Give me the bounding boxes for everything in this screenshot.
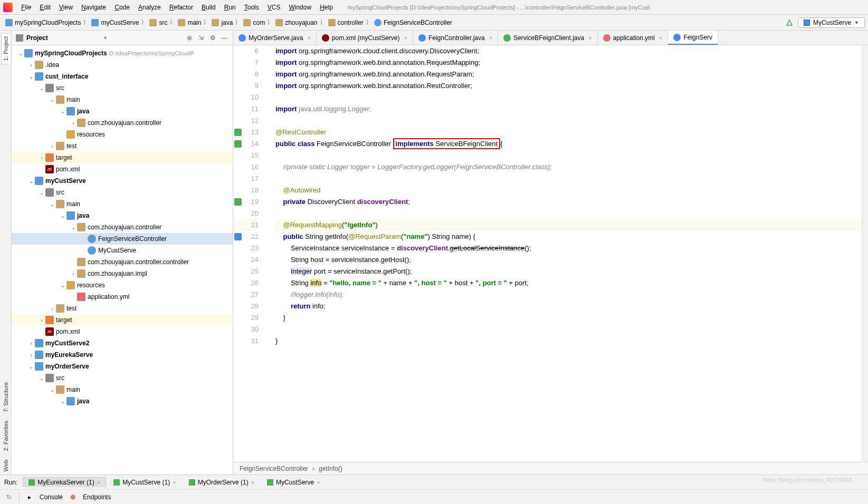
endpoints-icon[interactable]: ⬢: [68, 492, 78, 502]
line-number[interactable]: 26: [233, 277, 259, 289]
tree-node[interactable]: mpom.xml: [12, 326, 233, 337]
bc-method[interactable]: getInfo(): [319, 465, 342, 472]
line-number[interactable]: 25: [233, 266, 259, 277]
scroll-indicator[interactable]: [862, 45, 868, 462]
tree-node[interactable]: ⌄java: [12, 210, 233, 221]
run-tab[interactable]: MyCustServe (1)×: [108, 477, 181, 487]
tree-node[interactable]: ⌄cust_interface: [12, 71, 233, 82]
tree-arrow-icon[interactable]: ⌄: [27, 74, 35, 80]
tree-node[interactable]: resources: [12, 129, 233, 140]
locate-icon[interactable]: ⊕: [185, 34, 194, 42]
line-number[interactable]: 22: [233, 231, 259, 243]
line-number[interactable]: 18: [233, 185, 259, 196]
tree-node[interactable]: ›target: [12, 314, 233, 326]
tree-node[interactable]: ›com.zhouyajuan.controller: [12, 117, 233, 129]
code-line[interactable]: private DiscoveryClient discoveryClient;: [275, 196, 862, 208]
tree-node[interactable]: ›test: [12, 140, 233, 152]
tree-node[interactable]: ⌄mySpringCloudProjectsD:\IdeaProjects\my…: [12, 47, 233, 59]
close-icon[interactable]: ×: [588, 35, 592, 41]
breadcrumb-item[interactable]: java: [209, 19, 235, 26]
code-line[interactable]: import org.springframework.web.bind.anno…: [275, 80, 862, 92]
line-number[interactable]: 6: [233, 45, 259, 57]
tree-node[interactable]: ›test: [12, 303, 233, 314]
tree-arrow-icon[interactable]: ⌄: [59, 283, 66, 288]
line-number[interactable]: 10: [233, 92, 259, 103]
code-line[interactable]: //private static Logger logger = LoggerF…: [275, 161, 862, 173]
tree-node[interactable]: ›myCustServe2: [12, 337, 233, 349]
tree-node[interactable]: ⌄resources: [12, 279, 233, 291]
tree-arrow-icon[interactable]: ›: [27, 352, 35, 358]
gutter[interactable]: 6789101112131415161718192021222324252627…: [233, 45, 265, 462]
line-number[interactable]: 16: [233, 161, 259, 173]
tree-arrow-icon[interactable]: ⌄: [38, 375, 45, 381]
line-number[interactable]: 23: [233, 243, 259, 254]
endpoints-tab[interactable]: Endpoints: [83, 493, 111, 501]
code-line[interactable]: [275, 324, 862, 335]
tree-arrow-icon[interactable]: ⌄: [59, 399, 66, 404]
code-line[interactable]: import java.util.logging.Logger;: [275, 103, 862, 115]
tree-arrow-icon[interactable]: ⌄: [38, 85, 45, 91]
code-line[interactable]: import org.springframework.cloud.client.…: [275, 45, 862, 57]
menu-file[interactable]: File: [17, 4, 35, 11]
tree-arrow-icon[interactable]: ⌄: [38, 190, 45, 196]
close-icon[interactable]: ×: [97, 479, 100, 486]
tree-node[interactable]: ⌄myCustServe: [12, 175, 233, 187]
line-number[interactable]: 7: [233, 57, 259, 69]
tree-arrow-icon[interactable]: ›: [70, 120, 77, 126]
tree-node[interactable]: ›com.zhouyajuan.impl: [12, 268, 233, 279]
menu-help[interactable]: Help: [316, 4, 337, 11]
breadcrumb-item[interactable]: main: [176, 19, 203, 26]
impl-gutter-icon[interactable]: [234, 198, 242, 206]
run-config-selector[interactable]: MyCustServe ▼: [798, 17, 865, 28]
line-number[interactable]: 9: [233, 80, 259, 92]
tree-arrow-icon[interactable]: ›: [70, 271, 77, 277]
menu-edit[interactable]: Edit: [35, 4, 55, 11]
close-icon[interactable]: ×: [317, 479, 320, 486]
menu-analyze[interactable]: Analyze: [134, 4, 165, 11]
tree-node[interactable]: ⌄java: [12, 395, 233, 407]
console-tab[interactable]: Console: [40, 493, 63, 501]
menu-refactor[interactable]: Refactor: [165, 4, 197, 11]
vtab-favorites[interactable]: 2: Favorites: [2, 418, 10, 454]
code-content[interactable]: import org.springframework.cloud.client.…: [265, 45, 862, 462]
code-line[interactable]: public String getInfo(@RequestParam("nam…: [275, 231, 862, 243]
run-tab[interactable]: MyCustServe×: [262, 477, 325, 487]
build-icon[interactable]: [785, 18, 794, 27]
code-line[interactable]: [275, 150, 862, 161]
code-line[interactable]: import org.springframework.web.bind.anno…: [275, 57, 862, 69]
code-line[interactable]: }: [275, 312, 862, 324]
line-number[interactable]: 8: [233, 69, 259, 80]
tree-node[interactable]: ⌄src: [12, 187, 233, 198]
gear-icon[interactable]: ⚙: [208, 34, 217, 42]
vtab-structure[interactable]: 7: Structure: [2, 379, 10, 415]
tree-arrow-icon[interactable]: ›: [38, 155, 45, 161]
tree-node[interactable]: ⌄main: [12, 384, 233, 395]
code-line[interactable]: public class FeignServiceBController imp…: [275, 138, 862, 150]
console-icon[interactable]: ▸: [25, 492, 34, 502]
tree-arrow-icon[interactable]: ⌄: [27, 178, 35, 184]
tree-arrow-icon[interactable]: ⌄: [49, 201, 56, 207]
over-gutter-icon[interactable]: [234, 233, 242, 240]
editor-tab[interactable]: FeignController.java×: [413, 31, 498, 45]
line-number[interactable]: 29: [233, 312, 259, 324]
tree-node[interactable]: ⌄src: [12, 82, 233, 94]
code-line[interactable]: [275, 115, 862, 127]
tree-arrow-icon[interactable]: ›: [27, 341, 35, 346]
close-icon[interactable]: ×: [404, 35, 407, 41]
menu-code[interactable]: Code: [110, 4, 134, 11]
menu-window[interactable]: Window: [284, 4, 316, 11]
tree-node[interactable]: ⌄src: [12, 372, 233, 384]
line-number[interactable]: 13: [233, 127, 259, 138]
code-line[interactable]: String host = serviceInstance.getHost();: [275, 254, 862, 266]
code-line[interactable]: return info;: [275, 301, 862, 312]
impl-gutter-icon[interactable]: [234, 129, 242, 136]
tree-node[interactable]: application.yml: [12, 291, 233, 303]
line-number[interactable]: 15: [233, 150, 259, 161]
tree-node[interactable]: ⌄java: [12, 105, 233, 117]
editor-tab[interactable]: MyOrderServe.java×: [233, 31, 317, 45]
code-line[interactable]: }: [275, 335, 862, 347]
tree-arrow-icon[interactable]: ⌄: [17, 51, 24, 56]
editor-tab[interactable]: FeignServ: [668, 31, 718, 45]
minimize-icon[interactable]: —: [220, 34, 228, 42]
close-icon[interactable]: ×: [307, 35, 310, 41]
